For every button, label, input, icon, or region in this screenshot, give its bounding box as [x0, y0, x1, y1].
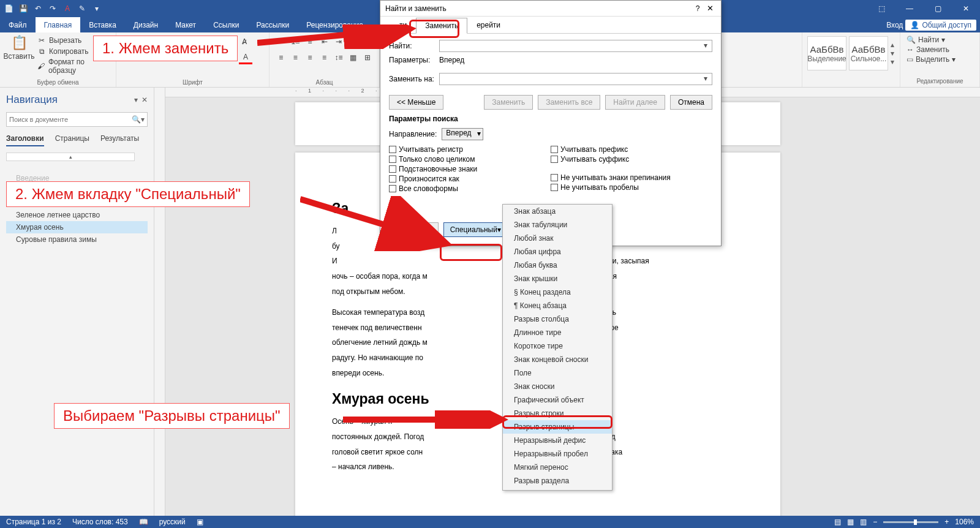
dd-item[interactable]: Любой знак	[503, 232, 612, 245]
maximize-icon[interactable]: ▢	[924, 0, 952, 17]
dd-item[interactable]: Разрыв столбца	[503, 312, 612, 326]
dd-item[interactable]: Любая буква	[503, 258, 612, 272]
undo-icon[interactable]: ↶	[33, 4, 43, 13]
tab-home[interactable]: Главная	[36, 17, 81, 32]
bold-icon[interactable]: Ж	[121, 51, 135, 64]
view-read-icon[interactable]: ▤	[834, 518, 841, 526]
styles-down-icon[interactable]: ▾	[891, 49, 894, 58]
replace-all-button[interactable]: Заменить все	[538, 95, 600, 110]
align-left-icon[interactable]: ≡	[274, 51, 288, 64]
ribbon-options-icon[interactable]: ⬚	[867, 0, 895, 17]
qat-more-icon[interactable]: ▾	[92, 4, 102, 13]
nav-tab-pages[interactable]: Страницы	[55, 134, 89, 146]
tab-references[interactable]: Ссылки	[205, 17, 247, 32]
font-family-select[interactable]: ▾	[121, 36, 170, 48]
dd-item[interactable]: Знак концевой сноски	[503, 353, 612, 366]
font-size-select[interactable]: ▾	[172, 36, 192, 48]
dd-item[interactable]: Знак сноски	[503, 380, 612, 393]
nav-dropdown-icon[interactable]: ▾	[134, 96, 138, 104]
less-button[interactable]: << Меньше	[389, 95, 443, 110]
dd-item[interactable]: Графический объект	[503, 393, 612, 407]
replace-input[interactable]	[439, 73, 712, 85]
dd-item[interactable]: Любая цифра	[503, 245, 612, 258]
share-button[interactable]: 👤 Общий доступ	[905, 20, 976, 31]
dd-item[interactable]: ¶ Конец абзаца	[503, 299, 612, 312]
indent-dec-icon[interactable]: ⇤	[318, 35, 331, 48]
clear-format-icon[interactable]: A̷	[238, 35, 251, 48]
nav-collapse-bar[interactable]: ▴	[6, 153, 135, 161]
shading-icon[interactable]: ▦	[347, 51, 360, 64]
opt-wildcards[interactable]: Подстановочные знаки	[389, 165, 551, 173]
opt-ignore-punct[interactable]: Не учитывать знаки препинания	[551, 173, 712, 182]
copy-button[interactable]: ⧉Копировать	[36, 46, 111, 57]
nav-item[interactable]: Наступила оттепель	[6, 197, 148, 209]
select-button[interactable]: ▭Выделить▾	[905, 55, 974, 64]
highlight-icon[interactable]: ✎	[77, 4, 87, 13]
dd-item[interactable]: § Конец раздела	[503, 285, 612, 299]
cancel-button[interactable]: Отмена	[670, 95, 712, 110]
grow-font-icon[interactable]: A▴	[194, 35, 207, 48]
replace-button[interactable]: ↔Заменить	[905, 45, 974, 55]
align-right-icon[interactable]: ≡	[303, 51, 317, 64]
nav-close-icon[interactable]: ✕	[141, 96, 148, 104]
styles-up-icon[interactable]: ▴	[891, 40, 894, 49]
zoom-in-icon[interactable]: +	[944, 518, 949, 526]
dialog-close-icon[interactable]: ✕	[704, 4, 716, 13]
dialog-help-icon[interactable]: ?	[692, 4, 704, 13]
nav-item[interactable]: Зеленое летнее царство	[6, 209, 148, 221]
dd-item[interactable]: Длинное тире	[503, 326, 612, 339]
change-case-icon[interactable]: Aa	[223, 35, 236, 48]
cut-button[interactable]: ✂Вырезать	[36, 35, 111, 46]
nav-item[interactable]: Суровые правила зимы	[6, 233, 148, 246]
line-spacing-icon[interactable]: ↕≡	[332, 51, 345, 64]
borders-icon[interactable]: ⊞	[361, 51, 374, 64]
show-marks-icon[interactable]: ¶	[361, 35, 374, 48]
justify-icon[interactable]: ≡	[318, 51, 331, 64]
numbering-icon[interactable]: 1≡	[289, 35, 303, 48]
nav-item[interactable]: Введение	[6, 172, 148, 184]
redo-icon[interactable]: ↷	[48, 4, 58, 13]
dialog-tab-replace[interactable]: Заменить	[416, 18, 467, 34]
dialog-tab-goto[interactable]: ерейти	[467, 17, 510, 33]
dd-item-page-break[interactable]: Разрыв страницы	[503, 420, 612, 434]
special-button[interactable]: Специальный ▾	[443, 222, 508, 237]
opt-suffix[interactable]: Учитывать суффикс	[551, 155, 712, 164]
dd-item[interactable]: Поле	[503, 366, 612, 380]
indent-inc-icon[interactable]: ⇥	[332, 35, 345, 48]
nav-search-input[interactable]	[9, 116, 132, 123]
dd-item[interactable]: Разрыв строки	[503, 407, 612, 420]
opt-whole-word[interactable]: Только слово целиком	[389, 155, 551, 164]
sort-icon[interactable]: A↓	[347, 35, 360, 48]
superscript-icon[interactable]: x²	[195, 51, 208, 64]
tab-insert[interactable]: Вставка	[80, 17, 125, 32]
dd-item[interactable]: Знак абзаца	[503, 205, 612, 218]
paste-button[interactable]: 📋 Вставить	[5, 35, 33, 75]
text-effect-icon[interactable]: A	[209, 51, 223, 64]
find-input[interactable]	[439, 40, 712, 52]
dd-item[interactable]: Разрыв раздела	[503, 474, 612, 488]
strike-icon[interactable]: abc	[165, 51, 179, 64]
opt-word-forms[interactable]: Все словоформы	[389, 184, 551, 193]
dd-item[interactable]: Неразрывный дефис	[503, 434, 612, 447]
format-button[interactable]: Формат ▾	[395, 222, 439, 237]
dd-item[interactable]: Короткое тире	[503, 339, 612, 353]
font-color-button-icon[interactable]: A	[239, 51, 252, 64]
dd-item[interactable]: Мягкий перенос	[503, 461, 612, 474]
nav-item[interactable]: Весна	[6, 184, 148, 197]
minimize-icon[interactable]: —	[895, 0, 924, 17]
find-next-button[interactable]: Найти далее	[605, 95, 665, 110]
status-words[interactable]: Число слов: 453	[72, 518, 128, 526]
status-macro-icon[interactable]: ▣	[197, 518, 203, 526]
zoom-slider[interactable]	[883, 521, 938, 523]
dd-item[interactable]: Знак крышки	[503, 272, 612, 285]
status-page[interactable]: Страница 1 из 2	[6, 518, 61, 526]
underline-icon[interactable]: Ч	[151, 51, 164, 64]
format-painter-button[interactable]: 🖌Формат по образцу	[36, 57, 111, 75]
login-link[interactable]: Вход	[886, 21, 903, 29]
styles-more-icon[interactable]: ▾	[891, 58, 894, 66]
opt-ignore-space[interactable]: Не учитывать пробелы	[551, 183, 712, 192]
tab-layout[interactable]: Макет	[167, 17, 205, 32]
view-web-icon[interactable]: ▥	[860, 518, 867, 526]
opt-sounds-like[interactable]: Произносится как	[389, 175, 551, 183]
status-proofing-icon[interactable]: 📖	[139, 518, 148, 526]
